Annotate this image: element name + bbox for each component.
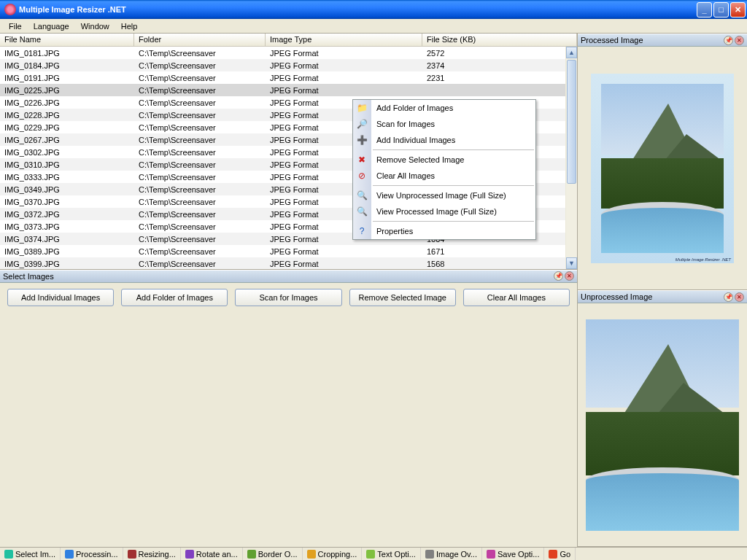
tab-button[interactable]: Image Ov... — [421, 548, 482, 560]
tab-label: Select Im... — [15, 550, 55, 559]
tab-label: Border O... — [258, 550, 298, 559]
tab-label: Save Opti... — [498, 550, 539, 559]
tab-icon — [247, 550, 256, 559]
tab-button[interactable]: Go — [544, 548, 576, 560]
col-filename[interactable]: File Name — [0, 34, 134, 46]
select-images-toolbar: Add Individual Images Add Folder of Imag… — [0, 283, 577, 312]
cell-folder: C:\Temp\Screensaver — [134, 247, 266, 256]
cell-name: IMG_0225.JPG — [0, 86, 134, 95]
tab-button[interactable]: Resizing... — [123, 548, 181, 560]
ctx-properties[interactable]: ?Properties — [353, 223, 535, 239]
cell-type: JPEG Format — [266, 260, 422, 268]
cell-name: IMG_0184.JPG — [0, 61, 134, 70]
cell-folder: C:\Temp\Screensaver — [134, 111, 266, 120]
tab-button[interactable]: Cropping... — [303, 548, 363, 560]
col-folder[interactable]: Folder — [134, 34, 266, 46]
cell-name: IMG_0302.JPG — [0, 148, 134, 157]
ctx-view-processed[interactable]: 🔍View Processed Image (Full Size) — [353, 203, 535, 219]
add-individual-button[interactable]: Add Individual Images — [7, 289, 114, 306]
tab-button[interactable]: Select Im... — [0, 548, 61, 560]
cell-folder: C:\Temp\Screensaver — [134, 123, 266, 132]
cell-size: 2231 — [422, 74, 565, 82]
processed-header: Processed Image 📌 ✕ — [578, 34, 747, 47]
table-row[interactable]: IMG_0191.JPGC:\Temp\ScreensaverJPEG Form… — [0, 71, 565, 84]
cell-type: JPEG Format — [266, 49, 422, 58]
tab-button[interactable]: Rotate an... — [181, 548, 243, 560]
tab-label: Resizing... — [139, 550, 176, 559]
cell-name: IMG_0333.JPG — [0, 173, 134, 182]
processed-image[interactable]: Multiple Image Resizer .NET — [591, 74, 734, 263]
unprocessed-image[interactable] — [586, 319, 739, 531]
vertical-scrollbar[interactable]: ▲ ▼ — [565, 47, 577, 269]
unprocessed-title: Unprocessed Image — [581, 292, 652, 301]
pin-icon[interactable]: 📌 — [724, 292, 733, 302]
col-size[interactable]: File Size (KB) — [422, 34, 577, 46]
unprocessed-header: Unprocessed Image 📌 ✕ — [578, 290, 747, 303]
clear-all-button[interactable]: Clear All Images — [463, 289, 570, 306]
tab-icon — [307, 550, 316, 559]
minimize-button[interactable]: _ — [697, 2, 712, 18]
context-menu: 📁Add Folder of Images 🔎Scan for Images ➕… — [352, 99, 536, 240]
ctx-add-individual[interactable]: ➕Add Individual Images — [353, 132, 535, 148]
cell-folder: C:\Temp\Screensaver — [134, 222, 266, 231]
maximize-button[interactable]: □ — [713, 2, 729, 18]
watermark-text: Multiple Image Resizer .NET — [676, 257, 731, 262]
folder-icon: 📁 — [356, 102, 368, 114]
tab-icon — [128, 550, 136, 559]
table-row[interactable]: IMG_0399.JPGC:\Temp\ScreensaverJPEG Form… — [0, 257, 565, 269]
pin-icon[interactable]: 📌 — [554, 271, 563, 281]
table-row[interactable]: IMG_0181.JPGC:\Temp\ScreensaverJPEG Form… — [0, 47, 565, 59]
table-row[interactable]: IMG_0225.JPGC:\Temp\ScreensaverJPEG Form… — [0, 84, 565, 96]
tab-icon — [185, 550, 194, 559]
table-row[interactable]: IMG_0184.JPGC:\Temp\ScreensaverJPEG Form… — [0, 59, 565, 71]
empty-area — [0, 312, 577, 548]
cell-name: IMG_0389.JPG — [0, 247, 134, 256]
tab-button[interactable]: Border O... — [243, 548, 303, 560]
cell-folder: C:\Temp\Screensaver — [134, 61, 266, 70]
menu-file[interactable]: File — [3, 20, 28, 32]
cell-name: IMG_0370.JPG — [0, 198, 134, 206]
pin-icon[interactable]: 📌 — [724, 36, 733, 45]
tab-icon — [549, 550, 557, 559]
close-button[interactable]: ✕ — [730, 2, 746, 18]
menu-language[interactable]: Language — [28, 20, 75, 32]
table-row[interactable]: IMG_0389.JPGC:\Temp\ScreensaverJPEG Form… — [0, 245, 565, 257]
tab-label: Image Ov... — [436, 550, 477, 559]
tab-label: Cropping... — [318, 550, 357, 559]
ctx-view-unprocessed[interactable]: 🔍View Unprocessed Image (Full Size) — [353, 187, 535, 203]
tab-button[interactable]: Save Opti... — [482, 548, 544, 560]
cell-size: 2572 — [422, 49, 565, 58]
tab-button[interactable]: Text Opti... — [362, 548, 421, 560]
cell-folder: C:\Temp\Screensaver — [134, 260, 266, 268]
tab-button[interactable]: Processin... — [61, 548, 123, 560]
ctx-scan[interactable]: 🔎Scan for Images — [353, 116, 535, 132]
cell-type: JPEG Format — [266, 247, 422, 256]
col-type[interactable]: Image Type — [266, 34, 422, 46]
cell-name: IMG_0267.JPG — [0, 136, 134, 144]
remove-selected-button[interactable]: Remove Selected Image — [349, 289, 456, 306]
select-images-title: Select Images — [3, 272, 54, 281]
ctx-clear-all[interactable]: ⊘Clear All Images — [353, 168, 535, 184]
close-panel-icon[interactable]: ✕ — [735, 36, 744, 45]
cell-folder: C:\Temp\Screensaver — [134, 160, 266, 169]
ctx-remove-selected[interactable]: ✖Remove Selected Image — [353, 152, 535, 168]
close-panel-icon[interactable]: ✕ — [735, 292, 744, 302]
close-panel-icon[interactable]: ✕ — [565, 271, 574, 281]
window-title: Multiple Image Resizer .NET — [19, 5, 697, 14]
processed-title: Processed Image — [581, 36, 643, 44]
menu-window[interactable]: Window — [75, 20, 115, 32]
cell-name: IMG_0373.JPG — [0, 222, 134, 231]
bottom-tabs: Select Im...Processin...Resizing...Rotat… — [0, 547, 747, 560]
cell-name: IMG_0191.JPG — [0, 74, 134, 82]
scroll-up-button[interactable]: ▲ — [566, 47, 577, 58]
menu-help[interactable]: Help — [115, 20, 144, 32]
titlebar[interactable]: Multiple Image Resizer .NET _ □ ✕ — [0, 0, 747, 19]
cell-size: 2374 — [422, 61, 565, 70]
scan-button[interactable]: Scan for Images — [235, 289, 341, 306]
scroll-thumb[interactable] — [567, 60, 576, 184]
ctx-add-folder[interactable]: 📁Add Folder of Images — [353, 100, 535, 116]
tab-icon — [65, 550, 74, 559]
scroll-down-button[interactable]: ▼ — [566, 257, 577, 269]
cell-folder: C:\Temp\Screensaver — [134, 235, 266, 244]
add-folder-button[interactable]: Add Folder of Images — [121, 289, 228, 306]
